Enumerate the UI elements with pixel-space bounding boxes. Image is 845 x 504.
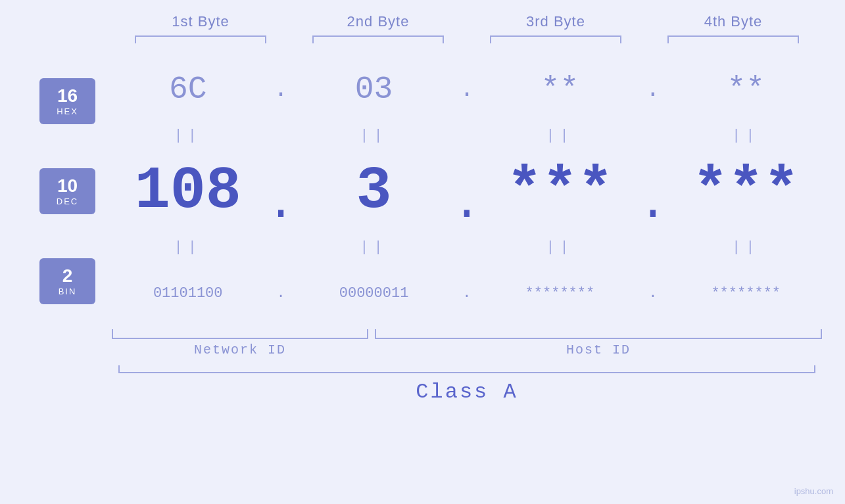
dec-value-1: 108: [135, 158, 241, 225]
content-area: 16 HEX 10 DEC 2 BIN 6C .: [23, 57, 822, 326]
dec-number: 10: [57, 176, 78, 196]
hex-dot-2: .: [454, 76, 480, 103]
eq-2: ||: [302, 127, 447, 144]
bottom-section: Network ID Host ID: [112, 329, 822, 357]
main-container: 1st Byte 2nd Byte 3rd Byte 4th Byte 16 H…: [0, 0, 845, 504]
host-id-label: Host ID: [375, 342, 822, 357]
id-labels-row: Network ID Host ID: [112, 342, 822, 357]
bin-badge: 2 BIN: [39, 258, 95, 304]
hex-cell-3: **: [487, 72, 632, 107]
bin-label: BIN: [59, 286, 77, 296]
col-header-3: 3rd Byte: [483, 13, 628, 30]
bracket-2: [312, 35, 444, 43]
equals-row-2: || || || ||: [112, 234, 822, 260]
bin-cell-2: 00000011: [302, 285, 447, 302]
hex-number: 16: [57, 86, 78, 106]
bin-data-row: 01101100 . 00000011 . ******** .: [112, 260, 822, 326]
network-bracket: [112, 329, 368, 339]
bin-dot-2: .: [454, 285, 480, 302]
dec-cell-4: ***: [673, 158, 818, 225]
hex-value-4: **: [727, 72, 765, 107]
dec-dot-1: .: [268, 154, 294, 228]
column-headers-row: 1st Byte 2nd Byte 3rd Byte 4th Byte: [112, 13, 822, 30]
bracket-3: [490, 35, 621, 43]
col-header-2: 2nd Byte: [306, 13, 450, 30]
dec-label: DEC: [57, 196, 78, 206]
id-brackets: [112, 329, 822, 339]
eq-4: ||: [673, 127, 818, 144]
bin-value-3: ********: [525, 285, 595, 302]
eq-8: ||: [673, 239, 818, 256]
class-section: Class A: [118, 365, 815, 404]
dec-value-4: ***: [692, 158, 799, 225]
dec-cell-1: 108: [116, 158, 260, 225]
hex-badge: 16 HEX: [39, 78, 95, 124]
bracket-1: [135, 35, 266, 43]
hex-cell-4: **: [673, 72, 818, 107]
bin-cell-3: ********: [487, 285, 632, 302]
host-bracket: [375, 329, 822, 339]
hex-value-3: **: [541, 72, 579, 107]
class-label: Class A: [118, 380, 815, 404]
hex-cell-2: 03: [302, 72, 447, 107]
eq-1: ||: [116, 127, 260, 144]
watermark: ipshu.com: [794, 486, 833, 496]
bracket-4: [667, 35, 799, 43]
bin-value-4: ********: [711, 285, 781, 302]
hex-value-1: 6C: [169, 72, 207, 107]
eq-7: ||: [487, 239, 632, 256]
bin-dot-1: .: [268, 285, 294, 302]
dec-dot-2: .: [454, 154, 480, 228]
dec-value-3: ***: [506, 158, 613, 225]
hex-dot-3: .: [640, 76, 666, 103]
bin-dot-3: .: [640, 285, 666, 302]
network-id-label: Network ID: [112, 342, 368, 357]
equals-row-1: || || || ||: [112, 122, 822, 149]
dec-cell-3: ***: [487, 158, 632, 225]
dec-cell-2: 3: [302, 158, 447, 225]
data-grid: 6C . 03 . ** . **: [112, 57, 822, 326]
hex-data-row: 6C . 03 . ** . **: [112, 57, 822, 122]
bin-cell-4: ********: [673, 285, 818, 302]
hex-dot-1: .: [268, 76, 294, 103]
col-header-4: 4th Byte: [661, 13, 806, 30]
eq-3: ||: [487, 127, 632, 144]
dec-badge: 10 DEC: [39, 168, 95, 214]
col-header-1: 1st Byte: [128, 13, 273, 30]
bin-cell-1: 01101100: [116, 285, 260, 302]
bin-value-1: 01101100: [153, 285, 223, 302]
hex-cell-1: 6C: [116, 72, 260, 107]
eq-5: ||: [116, 239, 260, 256]
hex-value-2: 03: [355, 72, 393, 107]
eq-6: ||: [302, 239, 447, 256]
dec-dot-3: .: [640, 154, 666, 228]
dec-data-row: 108 . 3 . *** . ***: [112, 149, 822, 234]
bin-value-2: 00000011: [339, 285, 409, 302]
bin-number: 2: [62, 266, 73, 286]
hex-label: HEX: [57, 106, 78, 116]
top-brackets-row: [112, 35, 822, 43]
base-labels-column: 16 HEX 10 DEC 2 BIN: [23, 57, 112, 326]
class-bracket: [118, 365, 815, 373]
dec-value-2: 3: [356, 158, 392, 225]
